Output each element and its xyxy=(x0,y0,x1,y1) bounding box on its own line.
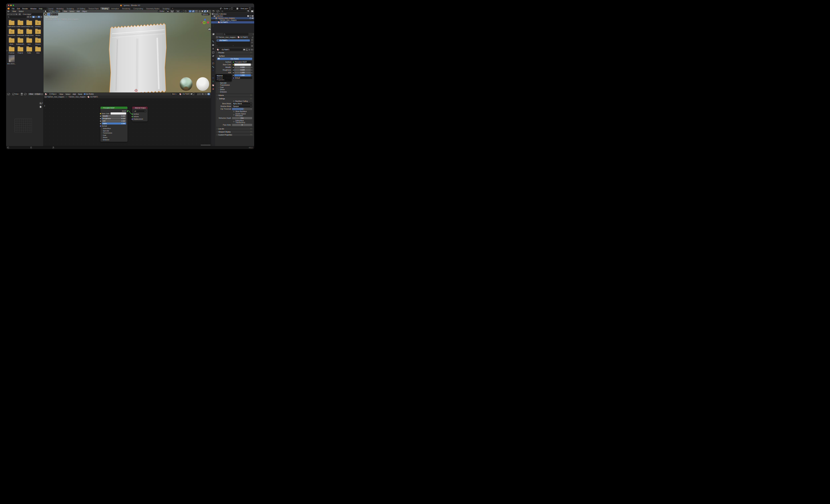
ior-slider[interactable]: 1.500 xyxy=(234,71,251,74)
file-item[interactable]: Pictures xyxy=(34,37,42,45)
file-item[interactable]: Desktop xyxy=(34,20,42,27)
tab-viewlayer[interactable] xyxy=(212,51,215,54)
node-section-toggle[interactable]: ›Subsurface xyxy=(102,127,126,130)
node-section-toggle[interactable]: ›Coat xyxy=(102,134,126,136)
volume-socket[interactable] xyxy=(131,116,133,117)
snapping-button[interactable]: ↻ xyxy=(201,93,204,95)
menu-item[interactable]: Edit xyxy=(16,8,21,10)
normal-row[interactable]: Normal xyxy=(102,125,126,127)
outliner-row-collection[interactable]: ▼ Collection ✓ xyxy=(211,15,254,17)
gizmos-toggle[interactable]: ↗ xyxy=(189,10,191,12)
remove-viewlayer-icon[interactable]: × xyxy=(251,8,253,9)
file-item[interactable]: Postman xyxy=(7,46,16,54)
image-view-menu[interactable]: View▾ xyxy=(11,93,20,95)
editor-type-button[interactable]: ▾ xyxy=(44,10,48,12)
overlays-toggle[interactable] xyxy=(192,10,195,12)
ssr-checkbox[interactable] xyxy=(233,114,234,116)
snap-target-dropdown[interactable]: ▾ xyxy=(174,10,176,12)
blender-logo-icon[interactable] xyxy=(7,8,10,9)
render-visibility-icon[interactable] xyxy=(252,18,254,19)
menu-overflow-icon[interactable] xyxy=(21,93,23,95)
files-select-menu[interactable]: Select xyxy=(18,10,25,12)
create-directory-button[interactable]: 🗀 xyxy=(18,13,21,15)
display-mode-dropdown[interactable]: ▾ xyxy=(216,10,220,12)
base-color-socket[interactable] xyxy=(100,113,101,115)
lasso-select-button[interactable] xyxy=(56,13,58,15)
unlink-material-icon[interactable]: × xyxy=(195,93,196,95)
display-size-dropdown[interactable]: ▾ xyxy=(35,16,37,18)
menu-item[interactable]: File xyxy=(11,8,16,10)
file-item[interactable]: Creative Clo... xyxy=(25,20,34,27)
base-color-row[interactable]: Base Color xyxy=(102,113,126,115)
workspace-tab[interactable]: Rendering xyxy=(121,7,132,10)
slot-specials-dropdown[interactable]: ▾ xyxy=(251,45,253,47)
remove-slot-button[interactable]: − xyxy=(251,41,253,43)
add-slot-button[interactable]: + xyxy=(251,39,253,41)
file-item[interactable]: NetBeansPr... xyxy=(16,37,25,45)
properties-search-input[interactable] xyxy=(223,33,249,35)
normal-field[interactable]: Default xyxy=(232,77,252,79)
properties-options-dropdown[interactable]: ▾ xyxy=(253,33,254,35)
expand-icon[interactable]: ▼ xyxy=(212,15,213,17)
outliner-filter-dropdown[interactable]: ▾ xyxy=(247,10,251,12)
file-item[interactable]: Documents xyxy=(7,29,16,36)
copy-material-icon[interactable] xyxy=(192,93,194,95)
viewport-display-panel[interactable]: ›Viewport Display⠿⠿ xyxy=(216,131,253,133)
scene-selector[interactable]: ▾ Scene × xyxy=(219,7,235,10)
roughness-socket[interactable] xyxy=(232,69,234,71)
gizmo-dropdown[interactable]: ▾ xyxy=(208,93,210,95)
file-item[interactable]: Sites xyxy=(34,46,42,54)
node-section-toggle[interactable]: ›Sheen xyxy=(102,136,126,138)
editor-type-button[interactable]: ▾ xyxy=(212,10,216,12)
workspace-tab[interactable]: Layout xyxy=(46,7,55,10)
workspace-tab[interactable]: Texture Paint xyxy=(87,7,100,10)
value-slider[interactable]: Alpha 1.000 xyxy=(102,122,126,125)
solid-shading-button[interactable] xyxy=(201,10,204,12)
node-section-toggle[interactable]: ›Transmission xyxy=(102,132,126,134)
axis-x-handle[interactable]: X xyxy=(207,22,209,23)
list-view-button[interactable]: ☰ xyxy=(27,16,30,18)
hide-icon[interactable] xyxy=(249,18,251,19)
new-image-button[interactable]: + New xyxy=(28,93,34,95)
settings-panel-header[interactable]: ⌄Settings⠿⠿ xyxy=(217,98,252,100)
pin-icon[interactable] xyxy=(229,8,230,9)
image-datablock-dropdown[interactable]: ▾ xyxy=(23,93,28,95)
shader-menu[interactable]: Node xyxy=(77,93,83,95)
copy-material-button[interactable] xyxy=(246,49,248,51)
shader-type-dropdown[interactable]: Object▾ xyxy=(49,93,58,95)
unlink-material-button[interactable]: × xyxy=(248,49,251,51)
tweak-select-button[interactable] xyxy=(47,13,50,15)
blend-mode-dropdown[interactable]: Alpha Blend▾ xyxy=(232,103,252,105)
tab-texture[interactable]: ▦ xyxy=(212,88,215,90)
up-button[interactable]: ↑ xyxy=(13,13,15,15)
base-color-swatch[interactable] xyxy=(234,64,251,66)
options-dropdown[interactable]: Options▾ xyxy=(202,13,210,15)
files-sidebar-toggle[interactable]: ❯ xyxy=(6,50,8,51)
xray-toggle[interactable] xyxy=(195,10,198,12)
browse-material-dropdown[interactable]: ▾ xyxy=(216,49,220,51)
animate-dot[interactable] xyxy=(252,70,252,70)
transform-orientation-dropdown[interactable]: ⤓Global▾ xyxy=(158,10,166,12)
material-datablock[interactable]: ▾ OUTMAT1 × xyxy=(179,93,197,95)
preview-panel[interactable]: ›Preview⠿⠿ xyxy=(216,52,253,54)
axis-z-handle[interactable] xyxy=(204,19,206,21)
volume-panel[interactable]: ›Volume⠿⠿ xyxy=(216,94,253,96)
surface-subsection-toggle[interactable]: ›Specular xyxy=(217,82,252,84)
ior-socket[interactable] xyxy=(232,71,234,74)
alpha-socket[interactable] xyxy=(232,74,234,76)
tab-constraints[interactable]: ⚯ xyxy=(212,77,215,79)
backface-culling-checkbox[interactable] xyxy=(233,100,234,102)
pan-widget[interactable] xyxy=(39,105,42,108)
show-backface-checkbox[interactable] xyxy=(233,111,234,112)
horizontal-scrollbar[interactable] xyxy=(201,145,211,146)
menu-item[interactable]: Window xyxy=(29,8,37,10)
workspace-tab[interactable]: Modeling xyxy=(55,7,65,10)
output-target-dropdown[interactable]: All▾ xyxy=(133,110,146,112)
surface-shader-field[interactable]: Principled BSDF xyxy=(232,61,252,63)
use-nodes-button[interactable]: Use Nodes xyxy=(217,58,252,60)
open-image-button[interactable]: 🗀 Open xyxy=(34,93,41,95)
tab-world[interactable]: ◐ xyxy=(212,58,215,61)
proportional-editing-toggle[interactable]: ◎ xyxy=(177,10,179,12)
file-item[interactable]: Downloads xyxy=(16,29,25,36)
mode-dropdown[interactable]: Object Mode▾ xyxy=(48,10,62,12)
